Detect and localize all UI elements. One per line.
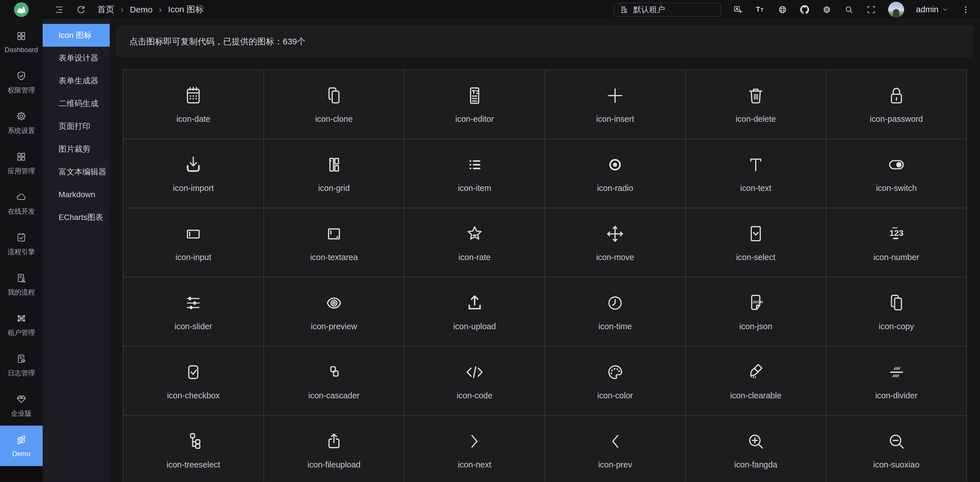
sidebar-item-我的流程[interactable]: 我的流程 <box>0 264 43 305</box>
sidebar-item-dashboard[interactable]: Dashboard <box>0 22 43 62</box>
tip-card: 点击图标即可复制代码，已提供的图标：639个 <box>117 26 973 57</box>
icon-cell-icon-prev[interactable]: icon-prev <box>545 416 686 482</box>
app-logo[interactable] <box>0 0 43 19</box>
icon-cell-icon-date[interactable]: icon-date <box>123 70 264 139</box>
submenu-item[interactable]: 表单生成器 <box>43 69 110 92</box>
icon-cell-icon-suoxiao[interactable]: icon-suoxiao <box>826 416 967 482</box>
sidebar-item-在线开发[interactable]: 在线开发 <box>0 183 43 223</box>
submenu-item[interactable]: ECharts图表 <box>43 206 110 229</box>
collapse-menu-icon[interactable] <box>54 5 64 15</box>
icon-cell-icon-copy[interactable]: icon-copy <box>826 278 967 346</box>
icon-cell-icon-select[interactable]: icon-select <box>686 208 827 278</box>
prev-icon <box>604 431 626 452</box>
search-icon[interactable] <box>844 5 854 15</box>
submenu-item[interactable]: Icon 图标 <box>43 24 110 47</box>
sidebar-item-租户管理[interactable]: 租户管理 <box>0 305 43 345</box>
breadcrumb-separator-icon: › <box>121 4 124 15</box>
icon-cell-icon-json[interactable]: JSONicon-json <box>686 278 827 346</box>
text-icon <box>745 154 767 176</box>
icon-cell-label: icon-checkbox <box>167 391 220 401</box>
breadcrumb-item[interactable]: Icon 图标 <box>168 4 204 15</box>
gitee-icon[interactable]: G <box>822 5 832 15</box>
submenu-item[interactable]: 页面打印 <box>43 115 110 138</box>
icon-cell-icon-number[interactable]: 123icon-number <box>826 208 967 278</box>
sidebar-item-demo[interactable]: Demo <box>0 426 43 466</box>
breadcrumb-item[interactable]: Demo <box>130 5 153 14</box>
icon-cell-icon-time[interactable]: icon-time <box>545 278 686 346</box>
translate-icon[interactable] <box>733 5 743 15</box>
color-icon <box>604 361 626 383</box>
icon-cell-icon-grid[interactable]: icon-grid <box>264 139 405 208</box>
icon-cell-icon-clone[interactable]: icon-clone <box>264 70 405 139</box>
icon-cell-icon-checkbox[interactable]: icon-checkbox <box>123 346 264 416</box>
icon-cell-icon-upload[interactable]: icon-upload <box>404 278 545 346</box>
sidebar-item-系统设置[interactable]: 系统设置 <box>0 102 43 143</box>
icon-cell-icon-input[interactable]: icon-input <box>123 208 264 278</box>
document-check-icon <box>15 353 27 365</box>
sidebar-item-权限管理[interactable]: 权限管理 <box>0 62 43 102</box>
icon-cell-icon-editor[interactable]: icon-editor <box>404 70 545 139</box>
icon-cell-icon-cascader[interactable]: icon-cascader <box>264 346 405 416</box>
github-icon[interactable] <box>800 5 810 15</box>
icon-cell-icon-next[interactable]: icon-next <box>404 416 545 482</box>
icon-cell-icon-divider[interactable]: icon-divider <box>826 346 967 416</box>
icon-cell-label: icon-clone <box>315 114 353 124</box>
sidebar-item-应用管理[interactable]: 应用管理 <box>0 143 43 183</box>
icon-cell-icon-rate[interactable]: icon-rate <box>404 208 545 278</box>
icon-cell-icon-text[interactable]: icon-text <box>686 139 827 208</box>
user-menu[interactable]: admin <box>916 5 949 14</box>
icon-cell-icon-preview[interactable]: icon-preview <box>264 278 405 346</box>
icon-cell-icon-fangda[interactable]: icon-fangda <box>686 416 827 482</box>
sidebar-item-流程引擎[interactable]: 流程引擎 <box>0 223 43 264</box>
submenu-item[interactable]: 二维码生成 <box>43 92 110 115</box>
sidebar-item-日志管理[interactable]: 日志管理 <box>0 345 43 385</box>
item-icon <box>464 154 485 176</box>
icon-cell-icon-treeselect[interactable]: icon-treeselect <box>123 416 264 482</box>
copy-icon <box>886 292 907 314</box>
fullscreen-icon[interactable] <box>866 5 876 15</box>
svg-text:123: 123 <box>889 228 904 238</box>
kebab-menu-icon[interactable] <box>961 5 971 15</box>
submenu-item[interactable]: 富文本编辑器 <box>43 161 110 183</box>
user-avatar[interactable] <box>888 2 904 18</box>
primary-sidebar: Dashboard权限管理系统设置应用管理在线开发流程引擎我的流程租户管理日志管… <box>0 19 43 482</box>
sidebar-item-label: 系统设置 <box>8 126 35 135</box>
icon-cell-icon-fileupload[interactable]: icon-fileupload <box>264 416 405 482</box>
icon-cell-label: icon-treeselect <box>167 460 220 469</box>
icon-cell-icon-slider[interactable]: icon-slider <box>123 278 264 346</box>
dashboard-icon <box>15 30 27 42</box>
collapse-menu-icon-glyph <box>54 5 64 15</box>
frame-icon <box>15 313 27 324</box>
tenant-select[interactable]: 默认租户 <box>614 3 721 16</box>
code-icon <box>464 361 485 383</box>
cascader-icon <box>323 361 345 383</box>
icon-cell-icon-item[interactable]: icon-item <box>404 139 545 208</box>
icon-cell-icon-code[interactable]: icon-code <box>404 346 545 416</box>
icon-cell-label: icon-editor <box>455 114 494 124</box>
number-icon: 123 <box>886 223 907 245</box>
submenu-item[interactable]: 图片裁剪 <box>43 138 110 161</box>
icon-cell-icon-delete[interactable]: icon-delete <box>686 70 827 139</box>
icon-cell-icon-color[interactable]: icon-color <box>545 346 686 416</box>
sidebar-item-企业版[interactable]: 企业版 <box>0 385 43 426</box>
chevron-down-icon-glyph <box>941 6 949 13</box>
font-size-icon[interactable]: TT <box>755 5 765 15</box>
submenu-item[interactable]: 表单设计器 <box>43 47 110 69</box>
slider-icon <box>183 292 204 314</box>
icon-cell-icon-insert[interactable]: icon-insert <box>545 70 686 139</box>
user-name: admin <box>916 5 939 14</box>
icon-cell-icon-move[interactable]: icon-move <box>545 208 686 278</box>
icon-cell-icon-textarea[interactable]: icon-textarea <box>264 208 405 278</box>
input-icon <box>183 223 204 245</box>
submenu-item[interactable]: Markdown <box>43 183 110 206</box>
icon-cell-icon-radio[interactable]: icon-radio <box>545 139 686 208</box>
globe-icon[interactable] <box>777 5 788 15</box>
icon-cell-icon-switch[interactable]: icon-switch <box>826 139 967 208</box>
breadcrumb-item[interactable]: 首页 <box>97 4 114 15</box>
time-icon <box>604 292 626 314</box>
icon-cell-icon-clearable[interactable]: icon-clearable <box>686 346 827 416</box>
icon-cell-label: icon-rate <box>458 253 490 262</box>
icon-cell-icon-password[interactable]: icon-password <box>826 70 967 139</box>
refresh-icon[interactable] <box>76 5 86 15</box>
icon-cell-icon-import[interactable]: icon-import <box>123 139 264 208</box>
